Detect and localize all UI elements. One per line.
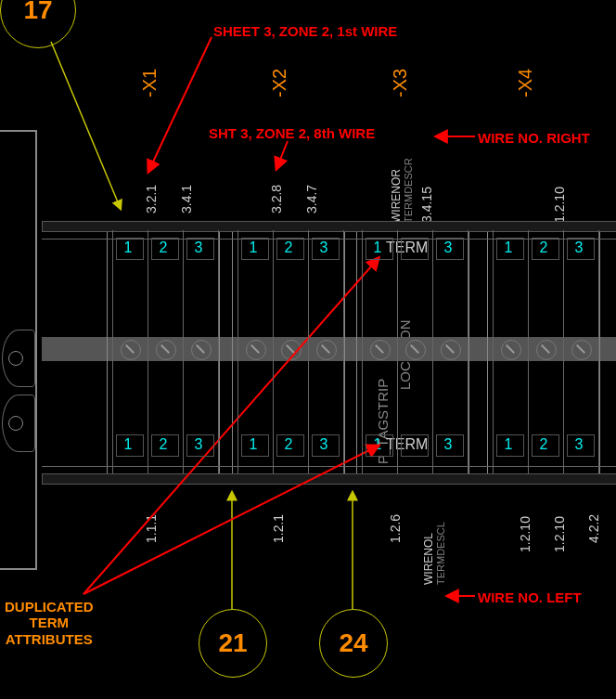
terminal-divider [563, 230, 564, 473]
term-num-box [366, 434, 393, 457]
wire-bot-x1-1: 1.1.1 [144, 514, 159, 543]
screw-icon [405, 340, 426, 360]
term-num-box [186, 434, 214, 457]
terminal-divider [432, 230, 433, 473]
cap-bot [42, 473, 616, 485]
term-num-box [312, 434, 340, 457]
term-num-box [116, 434, 144, 457]
wire-top-x1-1: 3.2.1 [144, 185, 159, 214]
term-num-box [436, 434, 464, 457]
wire-top-x2-2: 3.4.7 [304, 185, 319, 214]
grip-bot [2, 395, 35, 452]
wire-top-x4-2: 1.2.10 [552, 187, 567, 223]
terminal-divider [528, 230, 529, 473]
terminal-divider [598, 230, 599, 473]
screw-icon [441, 340, 461, 360]
callout-num-17: 17 [23, 0, 52, 25]
terminal-divider [468, 230, 468, 473]
term-num-box [496, 434, 524, 457]
screw-icon [246, 340, 266, 360]
wire-bot-x4-3: 4.2.2 [586, 514, 601, 543]
callout-num-21: 21 [218, 628, 247, 658]
screw-icon [501, 340, 521, 360]
term-num-box [241, 238, 269, 260]
annotation-wire-no-right: WIRE NO. RIGHT [478, 130, 590, 146]
term-num-box [151, 238, 179, 260]
term-num-box [567, 434, 595, 457]
annotation-wire-no-left: WIRE NO. LEFT [478, 589, 582, 605]
term-num-box [312, 238, 340, 260]
screw-icon [316, 340, 337, 360]
term-num-box [186, 238, 214, 260]
wire-top-x3-2: 3.4.15 [419, 187, 434, 223]
terminal-divider [493, 230, 494, 473]
attr-termdescr: TERMDESCR [403, 158, 414, 223]
svg-line-4 [276, 141, 288, 169]
svg-line-3 [148, 37, 212, 172]
term-num-box [401, 434, 429, 457]
screw-icon [191, 340, 212, 360]
svg-line-0 [51, 42, 121, 209]
wire-bot-x4-2: 1.2.10 [552, 516, 567, 552]
screw-icon [571, 340, 592, 360]
term-num-box [532, 434, 559, 457]
terminal-divider [218, 230, 219, 473]
term-num-box [532, 238, 559, 260]
terminal-divider [148, 230, 148, 473]
group-label-x1: -X1 [139, 69, 160, 97]
screw-icon [156, 340, 176, 360]
screw-icon [370, 340, 391, 360]
group-label-x3: -X3 [390, 69, 411, 97]
wire-bot-x3-1: 1.2.6 [388, 514, 403, 543]
wire-bot-x2-1: 1.2.1 [271, 514, 286, 543]
term-num-box [151, 434, 179, 457]
term-num-box [276, 434, 304, 457]
wire-top-x3-1: WIRENOR [390, 169, 403, 223]
attr-termdescl: TERMDESCL [435, 522, 446, 585]
terminal-divider [397, 230, 398, 473]
term-num-box [276, 238, 304, 260]
annotation-sheet3-8th: SHT 3, ZONE 2, 8th WIRE [209, 125, 375, 141]
wire-top-x2-1: 3.2.8 [269, 185, 284, 214]
terminal-divider [183, 230, 184, 473]
annotation-duplicated: DUPLICATED TERM ATTRIBUTES [5, 599, 94, 647]
annotation-sheet3-1st: SHEET 3, ZONE 2, 1st WIRE [213, 23, 397, 39]
terminal-divider [308, 230, 309, 473]
terminal-divider [362, 230, 363, 473]
screw-icon [121, 340, 141, 360]
callout-circle-21: 21 [199, 609, 267, 678]
term-num-box [241, 434, 269, 457]
wire-top-x1-2: 3.4.1 [179, 185, 194, 214]
callout-circle-24: 24 [319, 609, 388, 678]
group-label-x2: -X2 [269, 69, 290, 97]
term-num-box [567, 238, 595, 260]
term-num-box [116, 238, 144, 260]
group-label-x4: -X4 [515, 69, 536, 97]
term-num-box [436, 238, 464, 260]
callout-circle-17: 17 [0, 0, 76, 48]
term-num-box [496, 238, 524, 260]
screw-icon [536, 340, 557, 360]
screw-icon [281, 340, 302, 360]
grip-top [2, 330, 35, 387]
term-num-box [366, 238, 393, 260]
attr-wirenol: WIRENOL [422, 533, 435, 585]
terminal-divider [112, 230, 113, 473]
wire-bot-x4-1: 1.2.10 [518, 516, 533, 552]
terminal-divider [237, 230, 238, 473]
term-num-box [401, 238, 429, 260]
terminal-divider [343, 230, 344, 473]
cap-top [42, 221, 616, 232]
terminal-divider [273, 230, 274, 473]
callout-num-24: 24 [339, 628, 367, 658]
